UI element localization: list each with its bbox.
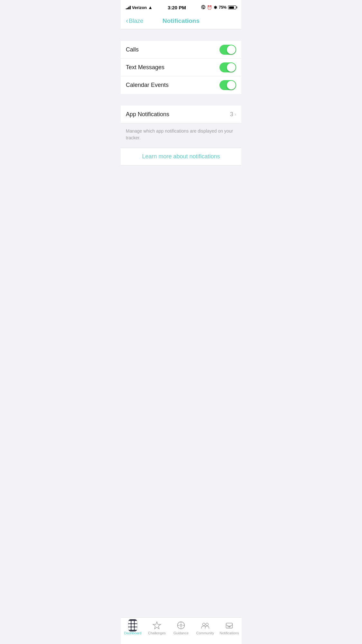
- description-area: Manage which app notifications are displ…: [121, 123, 241, 148]
- app-notifications-row[interactable]: App Notifications 3 ›: [121, 106, 241, 123]
- calendar-events-row: Calendar Events: [121, 76, 241, 94]
- calendar-events-label: Calendar Events: [126, 82, 169, 89]
- learn-more-section: Learn more about notifications: [121, 148, 241, 165]
- back-label[interactable]: Blaze: [129, 18, 143, 24]
- status-time: 3:20 PM: [168, 5, 186, 10]
- battery-icon: [228, 5, 236, 9]
- learn-more-link[interactable]: Learn more about notifications: [137, 148, 225, 165]
- app-notifications-count: 3: [230, 111, 233, 118]
- battery-percentage: 75%: [219, 5, 227, 10]
- screen-rotation-icon: Ⓠ: [201, 5, 205, 10]
- signal-bars: [126, 5, 131, 9]
- calls-row: Calls: [121, 41, 241, 59]
- empty-space: [121, 165, 241, 217]
- page-title: Notifications: [162, 17, 200, 24]
- back-chevron-icon: ‹: [126, 17, 128, 24]
- description-text: Manage which app notifications are displ…: [126, 128, 236, 141]
- carrier-label: Verizon: [132, 5, 147, 10]
- app-notifications-section: App Notifications 3 ›: [121, 106, 241, 123]
- section-divider: [121, 94, 241, 106]
- status-right: Ⓠ ⏰ ✱ 75%: [201, 5, 236, 10]
- bluetooth-icon: ✱: [214, 5, 217, 10]
- nav-header: ‹ Blaze Notifications: [121, 14, 241, 29]
- calls-toggle[interactable]: [219, 45, 236, 55]
- calls-label: Calls: [126, 46, 139, 53]
- chevron-right-icon: ›: [235, 111, 236, 117]
- status-bar: Verizon ▲ 3:20 PM Ⓠ ⏰ ✱ 75%: [121, 0, 241, 14]
- calendar-events-toggle[interactable]: [219, 80, 236, 90]
- text-messages-toggle[interactable]: [219, 62, 236, 72]
- app-notifications-right: 3 ›: [230, 111, 236, 118]
- top-spacer: [121, 29, 241, 41]
- status-left: Verizon ▲: [126, 5, 153, 10]
- alarm-icon: ⏰: [207, 5, 212, 10]
- back-button[interactable]: ‹ Blaze: [126, 17, 143, 24]
- text-messages-row: Text Messages: [121, 59, 241, 76]
- wifi-icon: ▲: [148, 5, 153, 10]
- page-content: Calls Text Messages Calendar Events: [121, 29, 241, 244]
- text-messages-label: Text Messages: [126, 64, 164, 71]
- app-notifications-label: App Notifications: [126, 111, 169, 118]
- toggles-section: Calls Text Messages Calendar Events: [121, 41, 241, 94]
